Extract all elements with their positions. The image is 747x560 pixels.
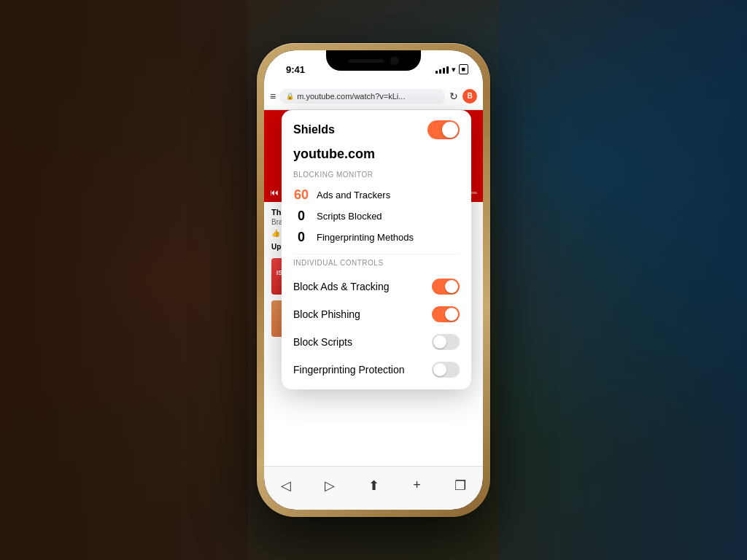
brave-logo[interactable]: B [462,89,477,104]
signal-bar-2 [439,69,441,74]
block-ads-toggle-knob [445,280,458,293]
block-scripts-label: Block Scripts [293,336,352,348]
shields-header: Shields [282,110,471,147]
individual-controls-label: Individual Controls [282,254,471,270]
block-ads-label: Block Ads & Tracking [293,281,390,292]
control-row-fingerprint: Fingerprinting Protection [282,356,471,384]
individual-controls: Block Ads & Tracking Block Phishing [282,270,471,389]
control-row-ads: Block Ads & Tracking [282,273,471,300]
phone-screen: 9:41 ▾ ■ ≡ [264,50,483,510]
shields-domain: youtube.com [282,147,471,166]
reload-icon[interactable]: ↻ [449,90,458,102]
block-phishing-label: Block Phishing [293,308,360,320]
scripts-count: 0 [293,209,309,224]
shields-popup: Shields youtube.com Blocking Monitor 60 … [282,110,471,389]
monitor-row-scripts: 0 Scripts Blocked [293,206,460,227]
monitor-row-ads: 60 Ads and Trackers [293,184,460,206]
fingerprint-methods-label: Fingerprinting Methods [317,232,414,243]
block-scripts-toggle[interactable] [432,334,460,350]
block-ads-toggle[interactable] [432,279,460,295]
phone-outer: 9:41 ▾ ■ ≡ [257,43,490,517]
blocking-monitor-label: Blocking Monitor [282,166,471,182]
wifi-icon: ▾ [452,65,456,74]
fingerprint-toggle-knob [433,363,446,376]
battery-icon: ■ [459,64,468,74]
left-bg [0,0,248,560]
ads-label: Ads and Trackers [317,190,390,201]
scripts-label: Scripts Blocked [317,211,382,222]
block-scripts-toggle-knob [433,335,446,349]
url-text: m.youtube.com/watch?v=kLi... [297,92,439,101]
screen-content: 9:41 ▾ ■ ≡ [264,50,483,510]
new-tab-button[interactable]: + [410,475,424,496]
signal-bar-3 [443,68,445,74]
bottom-nav: ◁ ▷ ⬆ + ❐ [264,466,483,510]
shields-title: Shields [293,123,335,136]
hamburger-icon[interactable]: ≡ [270,90,276,102]
toggle-knob [442,122,458,138]
monitor-row-fingerprint: 0 Fingerprinting Methods [293,227,460,248]
blocking-monitor: 60 Ads and Trackers 0 Scripts Blocked 0 … [282,182,471,254]
fingerprint-toggle[interactable] [432,362,460,378]
forward-button[interactable]: ▷ [322,475,338,497]
share-button[interactable]: ⬆ [365,475,382,497]
notch [326,50,421,71]
block-phishing-toggle-knob [445,308,458,321]
control-row-scripts: Block Scripts [282,328,471,356]
url-field[interactable]: 🔒 m.youtube.com/watch?v=kLi... [280,89,445,104]
phone-frame: 9:41 ▾ ■ ≡ [257,43,490,517]
status-time: 9:41 [286,64,305,75]
thumbs-up-icon: 👍 [271,229,280,237]
status-icons: ▾ ■ [436,64,468,74]
signal-bar-4 [446,66,449,74]
fingerprint-protection-label: Fingerprinting Protection [293,364,405,376]
lock-icon: 🔒 [286,93,294,100]
fingerprint-count: 0 [293,230,309,245]
ads-count: 60 [293,187,309,203]
signal-bar-1 [436,71,438,74]
notch-speaker [348,59,384,63]
right-bg [499,0,747,560]
notch-camera [390,56,399,65]
yt-back-icon: ⏮ [270,187,279,198]
shields-master-toggle[interactable] [427,120,460,139]
block-phishing-toggle[interactable] [432,306,460,322]
browser-url-bar: ≡ 🔒 m.youtube.com/watch?v=kLi... ↻ B [264,82,483,110]
tabs-button[interactable]: ❐ [452,475,469,497]
back-button[interactable]: ◁ [278,475,294,497]
signal-bars [436,65,449,74]
control-row-phishing: Block Phishing [282,300,471,328]
